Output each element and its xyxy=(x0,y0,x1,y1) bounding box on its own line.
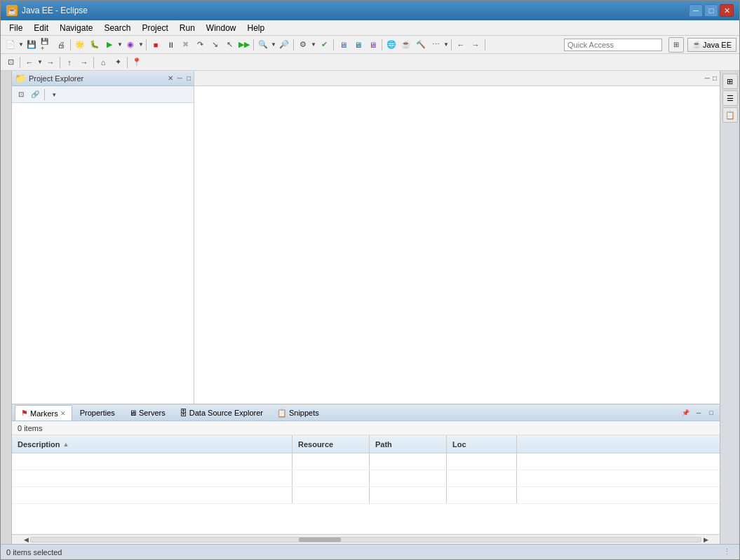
row2-path xyxy=(370,470,447,486)
step-into[interactable]: ↘ xyxy=(208,38,222,52)
editor-maximize-icon[interactable]: □ xyxy=(713,74,717,82)
project-explorer-toolbar: ⊡ 🔗 ▾ xyxy=(12,86,194,103)
new-button[interactable]: 📄 xyxy=(4,38,18,52)
window-title: Java EE - Eclipse xyxy=(22,6,689,15)
panel-maximize-icon[interactable]: □ xyxy=(187,74,191,82)
tab-properties[interactable]: Properties xyxy=(74,405,121,421)
tab-datasource[interactable]: 🗄 Data Source Explorer xyxy=(173,405,269,421)
tab-snippets-label: Snippets xyxy=(289,409,319,417)
server-debug-btn[interactable]: 🖥 xyxy=(351,38,365,52)
server-btn[interactable]: 🖥 xyxy=(336,38,350,52)
tab-snippets[interactable]: 📋 Snippets xyxy=(271,405,325,421)
save-button[interactable]: 💾 xyxy=(25,38,39,52)
fwd-btn3[interactable]: → xyxy=(77,55,91,69)
home-btn[interactable]: ⌂ xyxy=(96,55,110,69)
back-btn[interactable]: ← xyxy=(22,55,36,69)
resume[interactable]: ▶▶ xyxy=(237,38,251,52)
back-dropdown[interactable]: ▼ xyxy=(37,55,43,69)
more-btn[interactable]: ⋯ xyxy=(429,38,443,52)
step-out[interactable]: ↖ xyxy=(222,38,236,52)
stop-button[interactable]: ■ xyxy=(149,38,163,52)
menu-project[interactable]: Project xyxy=(136,22,173,34)
toolbar-main: 📄 ▼ 💾 💾+ 🖨 🌟 🐛 ▶ ▼ ◉ ▼ ■ ⏸ ✖ ↷ ↘ ↖ ▶▶ 🔍 … xyxy=(1,36,739,54)
step-over[interactable]: ↷ xyxy=(193,38,207,52)
row3-res xyxy=(292,487,370,503)
publish-button[interactable]: 🌟 xyxy=(73,38,87,52)
scrollbar-track[interactable] xyxy=(30,537,701,542)
right-panel-btn-2[interactable]: ☰ xyxy=(722,90,738,106)
tab-markers[interactable]: ⚑ Markers ✕ xyxy=(15,405,72,421)
view-menu-btn[interactable]: ▾ xyxy=(48,88,60,101)
panel-close-icon[interactable]: ✕ xyxy=(168,74,173,82)
debug-button[interactable]: 🐛 xyxy=(88,38,102,52)
search-dropdown[interactable]: ▼ xyxy=(271,38,276,52)
pref-dropdown[interactable]: ▼ xyxy=(311,38,316,52)
editor-minimize-icon[interactable]: ─ xyxy=(705,74,710,82)
scroll-left-arrow[interactable]: ◀ xyxy=(22,536,30,543)
table-row xyxy=(12,487,720,504)
scrollbar-thumb[interactable] xyxy=(299,538,341,542)
link-with-editor-btn[interactable]: 🔗 xyxy=(29,88,41,101)
run-button[interactable]: ▶ xyxy=(102,38,116,52)
col-description[interactable]: Description ▲ xyxy=(12,435,292,453)
preferences-button[interactable]: ⚙ xyxy=(296,38,310,52)
pause-button[interactable]: ⏸ xyxy=(163,38,177,52)
new-dropdown[interactable]: ▼ xyxy=(18,38,24,52)
workspace: 📁 Project Explorer ✕ ─ □ ⊡ 🔗 ▾ xyxy=(12,71,720,544)
col-resource[interactable]: Resource xyxy=(292,435,370,453)
minimize-button[interactable]: ─ xyxy=(689,4,703,17)
project-explorer-panel: 📁 Project Explorer ✕ ─ □ ⊡ 🔗 ▾ xyxy=(12,71,194,404)
right-panel-btn-1[interactable]: ⊞ xyxy=(722,74,738,89)
panel-minimize-icon[interactable]: ─ xyxy=(177,74,182,82)
web-browser-btn[interactable]: 🌐 xyxy=(384,38,398,52)
items-count: 0 items xyxy=(18,424,42,432)
menu-file[interactable]: File xyxy=(4,22,28,34)
markers-menu-btn[interactable]: 📌 xyxy=(679,407,692,419)
right-panel-btn-3[interactable]: 📋 xyxy=(722,107,738,123)
more-dropdown[interactable]: ▼ xyxy=(443,38,449,52)
profile-server-btn[interactable]: 🖥 xyxy=(365,38,379,52)
forward-btn2[interactable]: → xyxy=(43,55,58,69)
menu-help[interactable]: Help xyxy=(242,22,271,34)
menu-search[interactable]: Search xyxy=(98,22,136,34)
disconnect-button[interactable]: ✖ xyxy=(178,38,192,52)
search-button[interactable]: 🔎 xyxy=(277,38,291,52)
bookmark-btn[interactable]: ✦ xyxy=(111,55,125,69)
nav-forward[interactable]: → xyxy=(469,38,483,52)
print-button[interactable]: 🖨 xyxy=(54,38,68,52)
pin-btn[interactable]: 📍 xyxy=(130,55,144,69)
collapse-all[interactable]: ⊡ xyxy=(4,55,18,69)
open-perspective-btn[interactable]: ⊞ xyxy=(668,37,684,53)
open-type[interactable]: 🔍 xyxy=(256,38,270,52)
tab-properties-label: Properties xyxy=(80,409,115,417)
quick-access-input[interactable] xyxy=(564,39,662,51)
run-dropdown[interactable]: ▼ xyxy=(117,38,123,52)
up-btn[interactable]: ↑ xyxy=(62,55,76,69)
tab-servers[interactable]: 🖥 Servers xyxy=(123,405,172,421)
coverage-button[interactable]: ◉ xyxy=(123,38,137,52)
tab-markers-close[interactable]: ✕ xyxy=(60,410,66,417)
bottom-maximize-btn[interactable]: □ xyxy=(706,407,717,418)
java-ee-perspective[interactable]: ☕ Java EE xyxy=(687,38,736,52)
nav-back[interactable]: ← xyxy=(454,38,468,52)
col-location[interactable]: Loc xyxy=(447,435,517,453)
ant-btn[interactable]: 🔨 xyxy=(414,38,428,52)
save-all-button[interactable]: 💾+ xyxy=(39,38,53,52)
menu-edit[interactable]: Edit xyxy=(28,22,54,34)
menu-bar: File Edit Navigate Search Project Run Wi… xyxy=(1,20,739,36)
col-path[interactable]: Path xyxy=(370,435,447,453)
maximize-button[interactable]: □ xyxy=(704,4,718,17)
menu-run[interactable]: Run xyxy=(174,22,201,34)
editor-canvas xyxy=(194,86,720,404)
collapse-all-btn[interactable]: ⊡ xyxy=(15,88,27,101)
scroll-right-arrow[interactable]: ▶ xyxy=(701,536,710,543)
status-bar: 0 items selected ⋮ xyxy=(1,544,739,559)
close-button[interactable]: ✕ xyxy=(720,4,734,17)
java-btn[interactable]: ☕ xyxy=(399,38,413,52)
coverage-dropdown[interactable]: ▼ xyxy=(138,38,144,52)
validate-button[interactable]: ✔ xyxy=(317,38,331,52)
menu-navigate[interactable]: Navigate xyxy=(54,22,98,34)
menu-window[interactable]: Window xyxy=(201,22,242,34)
tab-markers-label: Markers xyxy=(30,409,58,418)
bottom-minimize-btn[interactable]: ─ xyxy=(693,407,704,418)
